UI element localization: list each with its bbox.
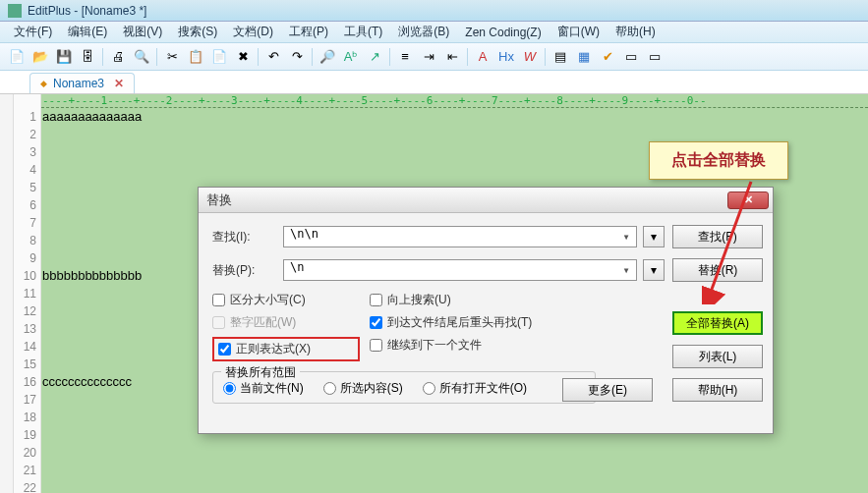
menu-project[interactable]: 工程(P) [281,22,336,42]
scope-allfiles-radio[interactable]: 所有打开文件(O) [423,380,527,397]
spell-icon[interactable]: Aᵇ [340,46,362,68]
menu-window[interactable]: 窗口(W) [550,22,608,42]
searchup-checkbox[interactable]: 向上搜索(U) [370,292,586,308]
menu-file[interactable]: 文件(F) [6,22,60,42]
menu-help[interactable]: 帮助(H) [608,22,664,42]
print-icon[interactable]: 🖨 [107,46,129,68]
open-icon[interactable]: 📂 [29,46,51,68]
menubar: 文件(F) 编辑(E) 视图(V) 搜索(S) 文档(D) 工程(P) 工具(T… [0,22,868,43]
regex-checkbox[interactable]: 正则表达式(X) [218,341,311,357]
menu-search[interactable]: 搜索(S) [170,22,225,42]
tab-close-icon[interactable]: ✕ [114,77,124,90]
goto-icon[interactable]: ↗ [364,46,385,68]
list-button[interactable]: 列表(L) [672,345,763,368]
columns-icon[interactable]: ▤ [550,46,571,68]
new-file-icon[interactable]: 📄 [6,46,28,68]
dialog-close-button[interactable]: ✕ [727,192,769,209]
doc2-icon[interactable]: ▭ [644,46,665,68]
find-input[interactable]: \n\n [283,226,637,247]
replace-label: 替换(P): [212,262,283,279]
case-checkbox[interactable]: 区分大小写(C) [212,292,360,308]
scope-current-radio[interactable]: 当前文件(N) [223,380,304,397]
scope-group: 替换所有范围 当前文件(N) 所选内容(S) 所有打开文件(O) [212,371,596,404]
replace-history-button[interactable]: ▾ [643,259,665,281]
tab-label: Noname3 [53,77,104,90]
replace-input[interactable]: \n [283,259,637,281]
left-gutter [0,94,14,493]
doc1-icon[interactable]: ▭ [620,46,642,68]
tabbar: ◆ Noname3 ✕ [0,71,868,94]
save-icon[interactable]: 💾 [53,46,75,68]
dirty-indicator-icon: ◆ [40,79,47,88]
grid-icon[interactable]: ▦ [573,46,595,68]
undo-icon[interactable]: ↶ [262,46,284,68]
menu-zencoding[interactable]: Zen Coding(Z) [457,24,549,41]
save-all-icon[interactable]: 🗄 [77,46,98,68]
cut-icon[interactable]: ✂ [161,46,183,68]
find-icon[interactable]: 🔎 [317,46,338,68]
font-hx-icon[interactable]: Hx [495,46,517,68]
regex-highlight-box: 正则表达式(X) [212,337,360,361]
replace-all-button[interactable]: 全部替换(A) [672,311,763,335]
delete-icon[interactable]: ✖ [232,46,254,68]
indent-icon[interactable]: ⇥ [418,46,439,68]
window-title: EditPlus - [Noname3 *] [28,4,146,18]
menu-browser[interactable]: 浏览器(B) [390,22,457,42]
find-button[interactable]: 查找(F) [672,225,763,248]
replace-dialog: 替换 ✕ 查找(I): \n\n ▾ 查找(F) 替换(P): \n ▾ 替换(… [198,187,774,434]
dialog-titlebar[interactable]: 替换 ✕ [199,188,773,213]
find-history-button[interactable]: ▾ [643,226,665,247]
replace-button[interactable]: 替换(R) [672,258,763,282]
column-ruler: ----+----1----+----2----+----3----+----4… [41,94,868,108]
wrap-icon[interactable]: ≡ [394,46,416,68]
tab-noname3[interactable]: ◆ Noname3 ✕ [29,73,135,93]
help-button[interactable]: 帮助(H) [672,378,763,402]
check-icon[interactable]: ✔ [597,46,618,68]
menu-view[interactable]: 视图(V) [115,22,170,42]
redo-icon[interactable]: ↷ [286,46,308,68]
paste-icon[interactable]: 📄 [208,46,230,68]
window-titlebar: EditPlus - [Noname3 *] [0,0,868,22]
more-button[interactable]: 更多(E) [562,378,653,402]
nextfile-checkbox[interactable]: 继续到下一个文件 [370,337,586,354]
menu-document[interactable]: 文档(D) [225,22,281,42]
menu-edit[interactable]: 编辑(E) [60,22,115,42]
line-numbers: 123 456 789 101112 131415 161718 192021 … [14,94,41,493]
app-icon [8,4,22,18]
find-label: 查找(I): [212,229,283,246]
wrap-checkbox[interactable]: 到达文件结尾后重头再找(T) [370,314,586,331]
outdent-icon[interactable]: ⇤ [441,46,463,68]
wholeword-checkbox: 整字匹配(W) [212,314,360,331]
scope-legend: 替换所有范围 [221,364,300,381]
font-w-icon[interactable]: W [519,46,541,68]
copy-icon[interactable]: 📋 [185,46,206,68]
annotation-callout: 点击全部替换 [649,141,788,180]
scope-selection-radio[interactable]: 所选内容(S) [323,380,403,397]
dialog-title: 替换 [206,192,727,209]
menu-tools[interactable]: 工具(T) [336,22,390,42]
preview-icon[interactable]: 🔍 [131,46,152,68]
font-a-icon[interactable]: A [472,46,493,68]
toolbar: 📄 📂 💾 🗄 🖨 🔍 ✂ 📋 📄 ✖ ↶ ↷ 🔎 Aᵇ ↗ ≡ ⇥ ⇤ A H… [0,43,868,71]
